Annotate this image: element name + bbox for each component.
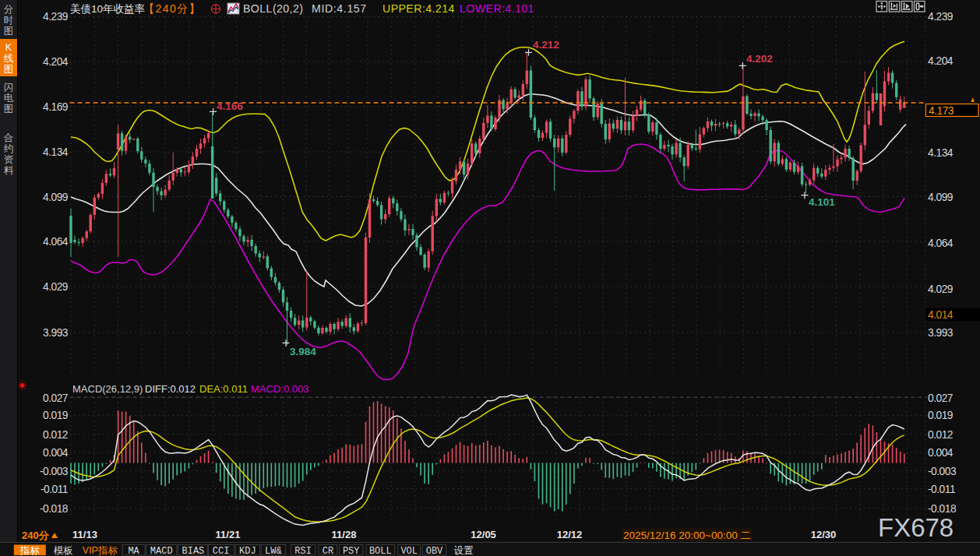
svg-text:图: 图 <box>4 26 14 37</box>
svg-text:DEA:0.011: DEA:0.011 <box>199 383 248 395</box>
svg-text:LOWER:4.101: LOWER:4.101 <box>460 2 534 15</box>
svg-text:料: 料 <box>4 165 14 176</box>
svg-text:RSI: RSI <box>294 546 312 556</box>
svg-text:图: 图 <box>4 104 14 114</box>
svg-text:设置: 设置 <box>454 545 474 556</box>
svg-text:电: 电 <box>4 93 14 104</box>
svg-text:VOL: VOL <box>400 546 418 556</box>
svg-text:11/13: 11/13 <box>72 529 97 540</box>
svg-text:0.027: 0.027 <box>43 392 68 404</box>
svg-text:2025/12/16 20:00~00:00 二: 2025/12/16 20:00~00:00 二 <box>623 530 751 541</box>
svg-text:0.012: 0.012 <box>928 429 953 441</box>
svg-text:4.239: 4.239 <box>43 11 69 23</box>
svg-text:-0.003: -0.003 <box>928 466 957 477</box>
svg-text:线: 线 <box>4 53 14 64</box>
svg-text:4.204: 4.204 <box>928 55 954 67</box>
svg-text:CR: CR <box>323 546 333 556</box>
svg-text:BOLL: BOLL <box>369 546 392 556</box>
svg-text:资: 资 <box>4 154 14 165</box>
svg-text:MACD: MACD <box>150 546 173 556</box>
svg-text:3.993: 3.993 <box>43 327 69 339</box>
svg-text:VIP指标: VIP指标 <box>83 545 118 556</box>
svg-text:4.169: 4.169 <box>43 101 69 113</box>
svg-text:MID:4.157: MID:4.157 <box>312 2 367 15</box>
svg-text:0.019: 0.019 <box>928 410 954 421</box>
svg-text:K: K <box>5 42 12 53</box>
svg-text:3.984: 3.984 <box>290 346 316 357</box>
svg-text:0.027: 0.027 <box>928 392 953 404</box>
svg-text:MACD:0.003: MACD:0.003 <box>251 383 308 395</box>
svg-text:-0.011: -0.011 <box>928 484 955 495</box>
svg-text:4.134: 4.134 <box>928 147 954 159</box>
svg-text:MA: MA <box>128 546 139 556</box>
svg-text:FX678: FX678 <box>878 513 954 542</box>
svg-text:12/12: 12/12 <box>557 529 583 540</box>
svg-text:指标: 指标 <box>19 545 41 556</box>
svg-text:PSY: PSY <box>343 546 360 556</box>
svg-text:4.204: 4.204 <box>43 56 69 68</box>
svg-text:约: 约 <box>4 143 14 154</box>
svg-text:4.202: 4.202 <box>746 53 773 65</box>
svg-text:240分: 240分 <box>22 530 50 541</box>
svg-text:美债10年收益率: 美债10年收益率 <box>70 3 145 15</box>
svg-text:UPPER:4.214: UPPER:4.214 <box>382 2 455 15</box>
svg-text:【240分】: 【240分】 <box>143 2 201 15</box>
svg-text:0.004: 0.004 <box>43 447 69 459</box>
svg-text:4.173: 4.173 <box>929 105 954 117</box>
svg-text:模板: 模板 <box>53 545 73 556</box>
svg-text:LW&: LW& <box>265 546 282 556</box>
svg-text:4.014: 4.014 <box>928 309 954 321</box>
svg-text:0.012: 0.012 <box>43 429 68 441</box>
svg-text:4.239: 4.239 <box>928 11 954 23</box>
svg-text:DIFF:0.012: DIFF:0.012 <box>145 383 196 395</box>
svg-text:-0.011: -0.011 <box>41 484 68 495</box>
svg-text:12/30: 12/30 <box>811 529 837 540</box>
svg-text:分: 分 <box>4 4 14 15</box>
svg-text:4.101: 4.101 <box>809 196 835 208</box>
svg-text:11/28: 11/28 <box>332 529 357 540</box>
svg-text:4.064: 4.064 <box>928 238 954 249</box>
svg-text:CCI: CCI <box>213 546 230 556</box>
svg-text:4.064: 4.064 <box>43 236 69 248</box>
svg-text:-0.018: -0.018 <box>40 503 69 515</box>
svg-text:12/05: 12/05 <box>471 529 496 540</box>
svg-text:3.993: 3.993 <box>928 327 954 339</box>
svg-text:KDJ: KDJ <box>239 546 256 556</box>
svg-text:4.166: 4.166 <box>217 100 243 112</box>
svg-text:4.212: 4.212 <box>533 39 559 51</box>
svg-text:OBV: OBV <box>426 546 443 556</box>
svg-text:时: 时 <box>4 15 14 26</box>
svg-text:图: 图 <box>4 64 14 75</box>
svg-text:4.134: 4.134 <box>43 146 69 158</box>
svg-text:11/21: 11/21 <box>216 529 241 540</box>
svg-text:4.099: 4.099 <box>928 192 954 203</box>
svg-text:4.099: 4.099 <box>43 192 69 203</box>
svg-text:-0.003: -0.003 <box>40 466 69 477</box>
svg-text:合: 合 <box>3 132 14 143</box>
svg-text:4.029: 4.029 <box>928 283 954 295</box>
svg-text:0.004: 0.004 <box>928 447 954 459</box>
svg-text:4.029: 4.029 <box>43 281 69 293</box>
svg-text:0.019: 0.019 <box>43 410 69 421</box>
svg-text:MACD(26,12,9): MACD(26,12,9) <box>72 383 143 395</box>
svg-text:闪: 闪 <box>4 82 14 93</box>
svg-text:BOLL(20,2): BOLL(20,2) <box>243 2 303 15</box>
svg-text:BIAS: BIAS <box>182 546 204 556</box>
